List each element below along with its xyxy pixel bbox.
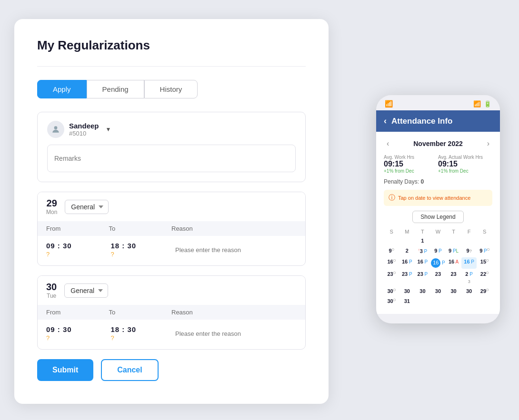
remarks-input[interactable]	[47, 145, 296, 172]
cal-cell[interactable]: 9 PO	[477, 246, 492, 256]
to-time-value-2: 18 : 30	[111, 325, 137, 333]
cal-cell[interactable]	[477, 297, 492, 306]
cal-cell[interactable]: 9?	[461, 246, 477, 256]
month-label: November 2022	[413, 140, 463, 147]
cal-cell[interactable]	[415, 297, 430, 306]
avg-work-hrs-box: Avg. Work Hrs 09:15 +1% from Dec	[384, 155, 438, 174]
cal-cell[interactable]	[461, 236, 477, 245]
cal-cell[interactable]: ↑3 P	[415, 246, 430, 256]
date-type-select-2[interactable]: General WFH Leave	[64, 283, 108, 298]
cal-cell[interactable]: 30	[461, 287, 477, 296]
day-s2: S	[477, 229, 492, 234]
cal-cell[interactable]: 2	[399, 246, 415, 256]
cal-cell[interactable]: 30O	[384, 287, 399, 296]
cal-cell[interactable]	[384, 236, 399, 245]
to-time-1: 18 : 30 ?	[111, 242, 172, 258]
from-question-1: ?	[46, 251, 50, 258]
cal-cell[interactable]: 16 P	[430, 257, 446, 269]
reason-input-1[interactable]	[175, 246, 297, 254]
to-time-2: 18 : 30 ?	[111, 325, 172, 342]
date-box-1: 29 Mon	[46, 198, 57, 215]
to-question-1: ?	[111, 251, 114, 258]
from-time-1: 09 : 30 ?	[46, 242, 107, 258]
col-to-1: To	[109, 225, 172, 232]
cal-cell[interactable]: 29O	[477, 287, 492, 296]
wifi-icon: 📶	[473, 100, 481, 107]
tab-pending[interactable]: Pending	[87, 80, 144, 98]
cal-cell[interactable]: 16 P	[461, 257, 477, 269]
cal-cell[interactable]: 9 PL	[446, 246, 461, 256]
month-nav: ‹ November 2022 ›	[384, 138, 492, 149]
cal-cell[interactable]: 30	[446, 287, 461, 296]
cal-cell[interactable]: 9 P	[430, 246, 446, 256]
cal-cell[interactable]: 23	[446, 270, 461, 285]
prev-month-button[interactable]: ‹	[384, 138, 392, 149]
cal-cell[interactable]: 31	[399, 297, 415, 306]
cal-cell[interactable]: 30O	[384, 297, 399, 306]
cancel-button[interactable]: Cancel	[101, 359, 158, 381]
cal-cell[interactable]: 1	[415, 236, 430, 245]
cal-cell[interactable]: 23	[430, 270, 446, 285]
avg-work-hrs-value: 09:15	[384, 160, 438, 168]
date-box-2: 30 Tue	[46, 282, 57, 299]
date-type-select-1[interactable]: General WFH Leave	[65, 200, 109, 214]
col-from-2: From	[46, 309, 109, 316]
cal-cell[interactable]: 30	[399, 287, 415, 296]
avatar	[47, 121, 64, 138]
cal-cell[interactable]: 16 P	[399, 257, 415, 269]
cal-cell[interactable]: 30	[415, 287, 430, 296]
tab-history[interactable]: History	[144, 80, 198, 98]
back-arrow-icon[interactable]: ‹	[384, 116, 387, 126]
employee-dropdown-arrow[interactable]: ▼	[106, 126, 111, 133]
cal-cell[interactable]	[446, 236, 461, 245]
cal-cell[interactable]	[430, 297, 446, 306]
day-t2: T	[446, 229, 461, 234]
cal-cell[interactable]: 23O	[384, 270, 399, 285]
info-text: Tap on date to view attendance	[398, 195, 470, 201]
reason-input-2[interactable]	[175, 330, 297, 337]
cal-cell[interactable]: 23 P	[415, 270, 430, 285]
cal-week-3: 16O 16 P 16 P 16 P 16 A 16 P 15O	[384, 257, 492, 269]
cal-cell[interactable]	[399, 236, 415, 245]
cal-cell[interactable]: 30	[430, 287, 446, 296]
phone-mockup: 📶 📶 🔋 ‹ Attendance Info ‹ November 2022 …	[376, 95, 500, 323]
next-month-button[interactable]: ›	[484, 138, 492, 149]
info-icon: ⓘ	[389, 194, 395, 202]
employee-info: Sandeep #5010	[69, 122, 99, 137]
tab-apply[interactable]: Apply	[37, 80, 87, 98]
cal-cell[interactable]: 15O	[477, 257, 492, 269]
cal-day-headers: S M T W T F S	[384, 229, 492, 234]
employee-card: Sandeep #5010 ▼	[37, 112, 306, 182]
cal-cell[interactable]: 2 P3	[461, 270, 477, 285]
cal-cell[interactable]	[430, 236, 446, 245]
from-time-value-2: 09 : 30	[46, 325, 72, 333]
cal-cell[interactable]	[477, 236, 492, 245]
page-title: My Regularizations	[37, 38, 306, 53]
attendance-info-title: Attendance Info	[391, 117, 452, 126]
cal-cell[interactable]	[446, 297, 461, 306]
day-w: W	[430, 229, 446, 234]
show-legend-button[interactable]: Show Legend	[412, 211, 463, 223]
cal-week-2: 9O 2 ↑3 P 9 P 9 PL 9? 9 PO	[384, 246, 492, 256]
cal-cell[interactable]: 16 A	[446, 257, 461, 269]
status-bar: 📶 📶 🔋	[376, 95, 500, 110]
time-table-header-1: From To Reason	[38, 221, 305, 236]
cal-cell[interactable]: 22O	[477, 270, 492, 285]
avg-actual-box: Avg. Actual Work Hrs 09:15 +1% from Dec	[438, 155, 492, 174]
signal-icon: 📶	[385, 100, 393, 107]
penalty-value: 0	[420, 178, 424, 185]
cal-cell[interactable]: 16 P	[415, 257, 430, 269]
cal-cell[interactable]: 16O	[384, 257, 399, 269]
avg-work-hrs-change: +1% from Dec	[384, 168, 438, 174]
submit-button[interactable]: Submit	[37, 359, 93, 381]
col-reason-1: Reason	[171, 225, 297, 232]
cal-week-4: 23O 23 P 23 P 23 23 2 P3 22O	[384, 270, 492, 285]
cal-cell[interactable]	[461, 297, 477, 306]
penalty-label: Penalty Days:	[384, 178, 419, 185]
day-m: M	[399, 229, 415, 234]
from-question-2: ?	[46, 334, 50, 342]
cal-cell[interactable]: 23 P	[399, 270, 415, 285]
cal-week-1: 1	[384, 236, 492, 245]
date-card-2: 30 Tue General WFH Leave From To Reason …	[37, 275, 306, 350]
cal-cell[interactable]: 9O	[384, 246, 399, 256]
